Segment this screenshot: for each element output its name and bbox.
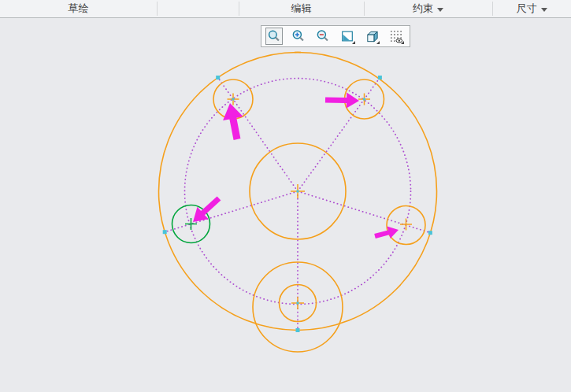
vertex-snap-dot — [297, 190, 299, 193]
snap-marker — [296, 328, 300, 332]
radial-left[interactable] — [165, 191, 298, 232]
sketch-canvas[interactable] — [0, 18, 571, 392]
radial-top-left[interactable] — [218, 78, 298, 192]
floating-view-toolbar — [261, 25, 410, 47]
saved-orientations-button[interactable] — [363, 28, 380, 45]
magnifier-icon — [267, 29, 281, 43]
pointer-arrow-top-left — [223, 103, 243, 140]
zoom-in-icon — [291, 29, 306, 43]
snap-marker — [163, 230, 167, 234]
zoom-fit-button[interactable] — [265, 28, 283, 45]
vertex-snap-dot — [363, 98, 365, 101]
menu-label: 约束 — [413, 2, 433, 16]
chevron-down-icon — [541, 8, 547, 12]
flyout-corner-icon — [401, 41, 404, 44]
sketch-drawing[interactable] — [0, 18, 571, 392]
flyout-corner-icon — [376, 41, 380, 44]
chevron-down-icon — [437, 8, 443, 12]
menu-divider — [157, 2, 158, 16]
menu-sketch[interactable]: 草绘 — [0, 0, 157, 17]
repaint-button[interactable] — [339, 28, 356, 45]
menu-dimension[interactable]: 尺寸 — [492, 0, 571, 17]
vertex-snap-dot — [297, 302, 299, 305]
menu-divider — [364, 2, 365, 16]
menu-label: 草绘 — [69, 2, 89, 16]
zoom-in-button[interactable] — [290, 28, 307, 45]
snap-marker — [428, 231, 432, 235]
menu-constrain[interactable]: 约束 — [364, 0, 492, 17]
snap-marker — [216, 76, 220, 80]
radial-right[interactable] — [298, 191, 430, 233]
menu-label: 尺寸 — [517, 2, 537, 16]
sketcher-display-filters-button[interactable] — [387, 28, 405, 45]
zoom-out-icon — [316, 29, 330, 43]
vertex-snap-dot — [232, 98, 235, 101]
menu-divider — [239, 2, 239, 16]
radial-top-right[interactable] — [298, 78, 380, 192]
menu-divider — [492, 2, 493, 16]
pointer-arrow-top-right — [325, 93, 359, 109]
snap-marker — [378, 76, 382, 80]
flyout-corner-icon — [352, 41, 355, 44]
pointer-arrow-left — [193, 196, 221, 222]
menu-bar: 草绘 编辑 约束 尺寸 — [0, 0, 571, 18]
menu-label: 编辑 — [291, 2, 312, 16]
menu-edit[interactable]: 编辑 — [239, 0, 364, 17]
zoom-out-button[interactable] — [314, 28, 332, 45]
